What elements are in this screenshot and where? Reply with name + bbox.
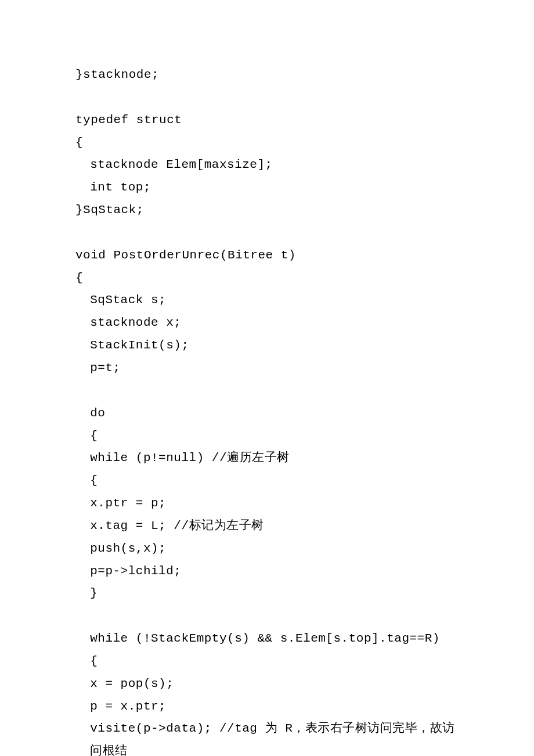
code-line: push(s,x); bbox=[75, 538, 459, 560]
code-line: { bbox=[75, 267, 459, 290]
code-line bbox=[75, 605, 459, 628]
code-line: visite(p->data); //tag 为 R，表示右子树访问完毕，故访问… bbox=[75, 718, 459, 756]
code-line: do bbox=[75, 402, 459, 425]
code-line: }SqStack; bbox=[75, 199, 459, 222]
code-line: { bbox=[75, 425, 459, 448]
code-line: SqStack s; bbox=[75, 289, 459, 312]
code-line: p=p->lchild; bbox=[75, 560, 459, 583]
code-line bbox=[75, 380, 459, 402]
code-line: }stacknode; bbox=[75, 64, 459, 87]
code-line bbox=[75, 87, 459, 109]
code-line: { bbox=[75, 470, 459, 492]
code-line: typedef struct bbox=[75, 109, 459, 132]
code-line: p=t; bbox=[75, 357, 459, 380]
code-line: } bbox=[75, 582, 459, 605]
code-line: StackInit(s); bbox=[75, 334, 459, 357]
code-line: void PostOrderUnrec(Bitree t) bbox=[75, 244, 459, 267]
code-line: while (p!=null) //遍历左子树 bbox=[75, 447, 459, 470]
code-line: x = pop(s); bbox=[75, 673, 459, 696]
code-line: while (!StackEmpty(s) && s.Elem[s.top].t… bbox=[75, 628, 459, 650]
code-document: }stacknode; typedef struct{stacknode Ele… bbox=[0, 0, 534, 756]
code-line: stacknode x; bbox=[75, 312, 459, 334]
code-line: x.ptr = p; bbox=[75, 492, 459, 515]
code-line: stacknode Elem[maxsize]; bbox=[75, 154, 459, 177]
code-line: p = x.ptr; bbox=[75, 696, 459, 718]
code-line: { bbox=[75, 132, 459, 154]
code-line: x.tag = L; //标记为左子树 bbox=[75, 515, 459, 538]
code-line bbox=[75, 222, 459, 244]
code-line: int top; bbox=[75, 177, 459, 199]
code-line: { bbox=[75, 650, 459, 673]
code-block: }stacknode; typedef struct{stacknode Ele… bbox=[75, 64, 459, 756]
